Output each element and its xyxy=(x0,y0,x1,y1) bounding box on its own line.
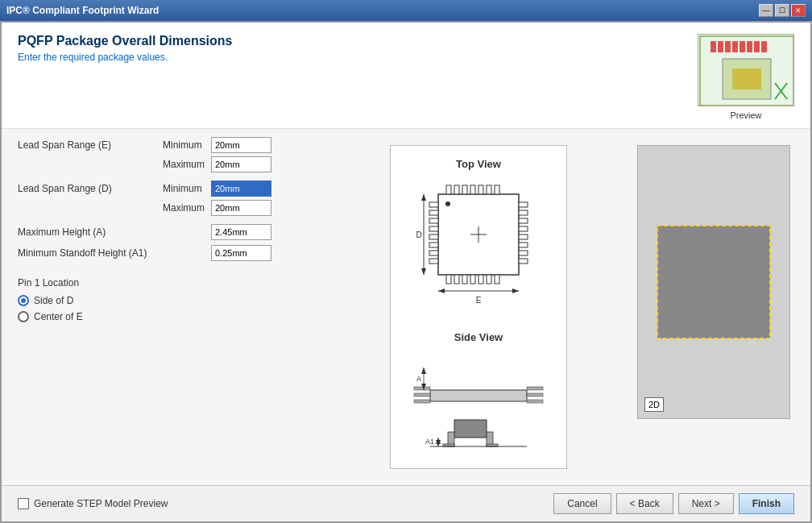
lead-span-e-min-row: Lead Span Range (E) Minimum xyxy=(18,137,324,153)
preview-ic-svg xyxy=(641,210,786,355)
svg-rect-23 xyxy=(454,275,459,284)
svg-rect-20 xyxy=(487,185,491,194)
restore-button[interactable]: ☐ xyxy=(775,4,789,17)
lead-span-d-max-row: Maximum xyxy=(155,200,324,216)
title-bar-controls: — ☐ ✕ xyxy=(759,4,806,17)
svg-rect-29 xyxy=(429,202,438,207)
side-view-diagram: A A1 xyxy=(406,351,551,456)
svg-rect-30 xyxy=(429,210,438,215)
radio-row-center-e[interactable]: Center of E xyxy=(18,311,324,322)
lead-span-e-max-input[interactable] xyxy=(211,156,271,172)
svg-rect-4 xyxy=(725,41,731,52)
max-height-row: Maximum Height (A) xyxy=(18,224,324,240)
svg-marker-54 xyxy=(512,288,519,293)
svg-rect-56 xyxy=(430,390,527,401)
svg-rect-5 xyxy=(732,41,738,52)
svg-rect-17 xyxy=(462,185,467,194)
svg-marker-64 xyxy=(421,367,426,374)
center-panel: Top View xyxy=(336,137,621,477)
generate-step-label: Generate STEP Model Preview xyxy=(34,498,168,509)
radio-label-center-e: Center of E xyxy=(34,311,83,322)
svg-rect-6 xyxy=(740,41,745,52)
close-button[interactable]: ✕ xyxy=(791,4,806,17)
svg-text:A: A xyxy=(416,375,421,383)
lead-span-d-label: Lead Span Range (D) xyxy=(18,183,155,194)
radio-center-e[interactable] xyxy=(18,311,29,322)
svg-rect-67 xyxy=(454,420,487,438)
preview-label: Preview xyxy=(698,110,794,120)
svg-rect-33 xyxy=(429,235,438,239)
back-button[interactable]: < Back xyxy=(616,493,673,514)
page-title: PQFP Package Overall Dimensions xyxy=(18,34,233,48)
svg-rect-41 xyxy=(519,235,528,239)
title-bar: IPC® Compliant Footprint Wizard — ☐ ✕ xyxy=(0,0,812,21)
svg-rect-26 xyxy=(478,275,483,284)
cancel-button[interactable]: Cancel xyxy=(553,493,611,514)
min-standoff-label: Minimum Standoff Height (A1) xyxy=(18,247,155,259)
finish-button[interactable]: Finish xyxy=(739,493,794,514)
svg-rect-32 xyxy=(429,226,438,231)
generate-step-checkbox[interactable] xyxy=(18,498,29,509)
max-height-label: Maximum Height (A) xyxy=(18,226,155,238)
svg-rect-57 xyxy=(414,393,430,396)
svg-rect-59 xyxy=(414,387,430,390)
bottom-bar: Generate STEP Model Preview Cancel < Bac… xyxy=(2,485,810,521)
svg-rect-11 xyxy=(732,68,761,89)
side-view-title: Side View xyxy=(403,331,554,343)
right-panel: 2D xyxy=(633,137,794,477)
minimize-button[interactable]: — xyxy=(759,4,773,17)
min-standoff-input[interactable] xyxy=(211,245,271,261)
top-view-title: Top View xyxy=(403,158,554,170)
lead-span-d-min-input[interactable] xyxy=(211,181,271,197)
svg-rect-34 xyxy=(429,243,438,247)
lead-span-e-max-label: Maximum xyxy=(155,159,211,170)
svg-point-45 xyxy=(445,201,450,206)
svg-rect-24 xyxy=(462,275,467,284)
page-subtitle: Enter the required package values. xyxy=(18,52,233,63)
svg-rect-27 xyxy=(487,275,491,284)
preview-thumbnail xyxy=(698,34,794,106)
pin-location-section: Pin 1 Location Side of D Center of E xyxy=(18,277,324,322)
button-group: Cancel < Back Next > Finish xyxy=(553,493,794,514)
svg-rect-61 xyxy=(527,387,543,390)
svg-rect-21 xyxy=(495,185,499,194)
min-standoff-row: Minimum Standoff Height (A1) xyxy=(18,245,324,261)
lead-span-d-max-label: Maximum xyxy=(155,202,211,214)
svg-rect-9 xyxy=(761,41,767,52)
preview-3d-box: 2D xyxy=(637,145,790,419)
generate-step-row: Generate STEP Model Preview xyxy=(18,498,168,509)
svg-marker-53 xyxy=(438,288,445,293)
lead-span-d-min-label: Minimum xyxy=(155,183,211,194)
title-bar-text: IPC® Compliant Footprint Wizard xyxy=(6,5,159,16)
svg-rect-3 xyxy=(718,41,723,52)
svg-rect-62 xyxy=(527,400,543,403)
svg-rect-2 xyxy=(710,41,716,52)
lead-span-d-section: Lead Span Range (D) Minimum Maximum xyxy=(18,181,324,216)
top-view-diagram: D E xyxy=(406,178,551,319)
lead-span-d-max-input[interactable] xyxy=(211,200,271,216)
lead-span-e-min-input[interactable] xyxy=(211,137,271,153)
svg-rect-58 xyxy=(527,393,543,396)
svg-marker-49 xyxy=(421,194,426,201)
lead-span-e-max-row: Maximum xyxy=(155,156,324,172)
preview-2d-badge: 2D xyxy=(644,397,664,412)
radio-label-side-d: Side of D xyxy=(34,295,73,306)
pin-location-radio-group: Side of D Center of E xyxy=(18,295,324,322)
svg-rect-15 xyxy=(446,185,451,194)
svg-rect-31 xyxy=(429,218,438,223)
next-button[interactable]: Next > xyxy=(678,493,734,514)
svg-rect-36 xyxy=(429,259,438,264)
svg-rect-35 xyxy=(429,251,438,255)
svg-rect-44 xyxy=(519,259,528,264)
svg-rect-18 xyxy=(470,185,475,194)
diagram-box: Top View xyxy=(390,145,567,469)
svg-rect-39 xyxy=(519,218,528,223)
radio-row-side-d[interactable]: Side of D xyxy=(18,295,324,306)
radio-side-d[interactable] xyxy=(18,295,29,306)
svg-rect-77 xyxy=(657,226,770,338)
lead-span-e-section: Lead Span Range (E) Minimum Maximum xyxy=(18,137,324,172)
header-left: PQFP Package Overall Dimensions Enter th… xyxy=(18,34,233,63)
left-panel: Lead Span Range (E) Minimum Maximum Lead… xyxy=(18,137,324,477)
window-header: PQFP Package Overall Dimensions Enter th… xyxy=(2,23,810,129)
max-height-input[interactable] xyxy=(211,224,271,240)
